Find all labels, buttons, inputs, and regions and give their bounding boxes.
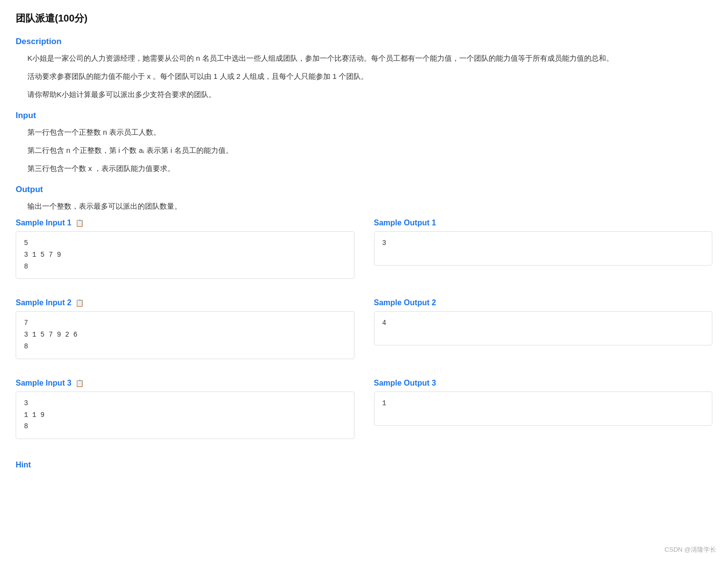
description-para-3: 请你帮助K小姐计算最多可以派出多少支符合要求的团队。 [27,88,712,101]
description-para-1: K小姐是一家公司的人力资源经理，她需要从公司的 n 名员工中选出一些人组成团队，… [27,51,712,65]
sample-output-3-box: 1 [374,391,713,426]
input-content: 第一行包含一个正整数 n 表示员工人数。 第二行包含 n 个正整数，第 i 个数… [27,125,712,175]
sample-output-3-label: Sample Output 3 [374,379,436,388]
sample-input-3-header: Sample Input 3 📋 [16,379,354,388]
output-text: 输出一个整数，表示最多可以派出的团队数量。 [27,199,712,213]
input-title: Input [16,111,712,121]
page-title: 团队派遣(100分) [16,12,712,25]
description-title: Description [16,37,712,47]
sample-input-1-header: Sample Input 1 📋 [16,219,354,227]
sample-output-1-header: Sample Output 1 [374,219,713,227]
sample-input-1-box: 5 3 1 5 7 9 8 [16,231,354,279]
description-content: K小姐是一家公司的人力资源经理，她需要从公司的 n 名员工中选出一些人组成团队，… [27,51,712,101]
input-para-1: 第一行包含一个正整数 n 表示员工人数。 [27,125,712,139]
sample-output-2-section: Sample Output 2 4 [374,298,713,359]
sample-output-3-header: Sample Output 3 [374,379,713,388]
output-title: Output [16,185,712,195]
copy-input-3-icon[interactable]: 📋 [75,379,84,387]
sample-input-1-section: Sample Input 1 📋 5 3 1 5 7 9 8 [16,219,354,279]
sample-input-1-label: Sample Input 1 [16,219,71,227]
sample-input-2-header: Sample Input 2 📋 [16,298,354,307]
sample-input-3-label: Sample Input 3 [16,379,71,388]
sample-input-2-section: Sample Input 2 📋 7 3 1 5 7 9 2 6 8 [16,298,354,359]
samples-grid: Sample Input 1 📋 5 3 1 5 7 9 8 Sample Ou… [16,219,712,451]
sample-input-3-section: Sample Input 3 📋 3 1 1 9 8 [16,379,354,439]
sample-output-1-section: Sample Output 1 3 [374,219,713,279]
sample-output-2-box: 4 [374,311,713,345]
hint-title: Hint [16,461,712,469]
sample-output-1-box: 3 [374,231,713,266]
sample-input-2-label: Sample Input 2 [16,298,71,307]
sample-input-2-box: 7 3 1 5 7 9 2 6 8 [16,311,354,359]
input-para-2: 第二行包含 n 个正整数，第 i 个数 aᵢ 表示第 i 名员工的能力值。 [27,144,712,157]
copy-input-2-icon[interactable]: 📋 [75,299,84,307]
copy-input-1-icon[interactable]: 📋 [75,219,84,227]
output-content: 输出一个整数，表示最多可以派出的团队数量。 [27,199,712,213]
sample-input-3-box: 3 1 1 9 8 [16,391,354,439]
sample-output-2-label: Sample Output 2 [374,298,436,307]
sample-output-1-label: Sample Output 1 [374,219,436,227]
sample-output-3-section: Sample Output 3 1 [374,379,713,439]
sample-output-2-header: Sample Output 2 [374,298,713,307]
description-para-2: 活动要求参赛团队的能力值不能小于 x 。每个团队可以由 1 人或 2 人组成，且… [27,70,712,83]
input-para-3: 第三行包含一个数 x ，表示团队能力值要求。 [27,162,712,175]
